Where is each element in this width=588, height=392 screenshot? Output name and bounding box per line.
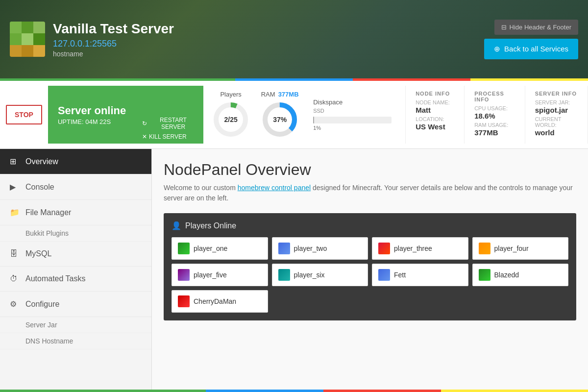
page-description: Welcome to our custom homebrew control p… xyxy=(164,183,576,203)
player-card[interactable]: player_two xyxy=(272,237,368,260)
automated-tasks-label: Automated Tasks xyxy=(25,274,85,283)
header-content: Vanilla Test Server 127.0.0.1:25565 host… xyxy=(10,21,484,58)
kill-label: KILL SERVER xyxy=(149,133,187,140)
process-info-panel: PROCESS INFO CPU USAGE: 18.6% RAM USAGE:… xyxy=(465,86,525,144)
sidebar: ⊞ Overview ▶ Console 📁 File Manager Bukk… xyxy=(0,149,152,392)
players-value: 2/25 xyxy=(224,116,238,123)
server-info-panel: SERVER INFO SERVER JAR: spigot.jar CURRE… xyxy=(525,86,588,144)
player-card[interactable]: player_six xyxy=(272,264,368,286)
ram-percent: 37% xyxy=(273,116,287,123)
content-area: NodePanel Overview Welcome to our custom… xyxy=(152,149,588,392)
restart-button[interactable]: ↻ RESTART SERVER xyxy=(142,115,197,132)
disk-bar-fill xyxy=(313,117,314,123)
cpu-label: CPU USAGE: xyxy=(474,105,515,111)
stop-button-wrap: STOP xyxy=(0,86,48,144)
database-icon: 🗄 xyxy=(10,249,20,258)
grid-icon: ⊞ xyxy=(10,157,20,166)
player-card[interactable]: player_three xyxy=(372,237,468,260)
sidebar-subitem-bukkit[interactable]: Bukkit Plugins xyxy=(0,225,151,242)
hide-header-label: Hide Header & Footer xyxy=(510,24,571,31)
server-info-title: SERVER INFO xyxy=(535,91,578,97)
players-grid: player_oneplayer_twoplayer_threeplayer_f… xyxy=(172,237,568,313)
hide-header-button[interactable]: ⊟ Hide Header & Footer xyxy=(494,20,578,35)
player-card[interactable]: Blazedd xyxy=(472,264,569,286)
jar-val: spigot.jar xyxy=(535,106,578,114)
stop-button[interactable]: STOP xyxy=(6,105,42,124)
sidebar-item-configure[interactable]: ⚙ Configure xyxy=(0,292,151,317)
player-avatar xyxy=(278,243,290,254)
players-section-title: Players Online xyxy=(185,221,236,230)
homebrew-link[interactable]: homebrew control panel xyxy=(238,184,311,192)
cpu-val: 18.6% xyxy=(474,112,515,120)
player-card[interactable]: player_five xyxy=(172,264,268,286)
world-label: CURRENT WORLD: xyxy=(535,116,578,128)
server-name: Vanilla Test Server xyxy=(53,21,174,37)
location-label: LOCATION: xyxy=(416,116,454,122)
world-val: world xyxy=(535,128,578,137)
stats-bar: STOP Server online UPTIME: 04M 22S ↻ RES… xyxy=(0,81,588,149)
uptime-text: UPTIME: 04M 22S xyxy=(58,118,126,125)
back-label: Back to all Services xyxy=(504,45,568,53)
player-avatar xyxy=(178,269,190,281)
player-card[interactable]: Fett xyxy=(372,264,468,286)
player-card[interactable]: CherryDaMan xyxy=(172,290,268,313)
sidebar-subitem-dns[interactable]: DNS Hostname xyxy=(0,333,151,349)
jar-label: SERVER JAR: xyxy=(535,99,578,105)
back-to-services-button[interactable]: ⊕ Back to all Services xyxy=(484,39,578,59)
player-name: CherryDaMan xyxy=(194,297,236,305)
kill-icon: ✕ xyxy=(142,133,147,140)
main-layout: ⊞ Overview ▶ Console 📁 File Manager Bukk… xyxy=(0,149,588,392)
player-avatar xyxy=(178,243,190,254)
location-val: US West xyxy=(416,122,454,131)
player-name: player_five xyxy=(194,271,227,279)
restart-label: RESTART SERVER xyxy=(149,117,197,130)
player-avatar xyxy=(479,269,490,281)
folder-icon: 📁 xyxy=(10,208,20,217)
ram-usage-label: RAM USAGE: xyxy=(474,122,515,128)
monitor-icon: ⊟ xyxy=(501,24,507,31)
sidebar-item-console[interactable]: ▶ Console xyxy=(0,174,151,200)
ram-value: 377MB xyxy=(278,91,299,98)
player-name: player_three xyxy=(394,245,432,252)
ram-label: RAM xyxy=(261,91,275,98)
diskspace-wrap: Diskspace SSD 1% xyxy=(309,98,397,131)
console-icon: ▶ xyxy=(10,182,20,192)
disk-percent: 1% xyxy=(313,125,393,131)
mysql-label: MySQL xyxy=(25,249,51,258)
server-status: Server online UPTIME: 04M 22S xyxy=(48,86,136,144)
server-actions: ↻ RESTART SERVER ✕ KILL SERVER xyxy=(136,86,203,144)
player-name: player_one xyxy=(194,245,227,252)
file-manager-label: File Manager xyxy=(25,208,71,217)
sidebar-item-file-manager[interactable]: 📁 File Manager xyxy=(0,200,151,225)
server-icon xyxy=(10,22,45,57)
node-name-label: NODE NAME: xyxy=(416,99,454,105)
ram-gauge: RAM 377MB 37% xyxy=(260,91,299,139)
console-label: Console xyxy=(25,183,54,192)
player-name: player_six xyxy=(294,271,325,279)
server-ip: 127.0.0.1:25565 xyxy=(53,39,174,49)
process-info-title: PROCESS INFO xyxy=(474,91,515,102)
configure-label: Configure xyxy=(25,300,59,309)
sidebar-item-overview[interactable]: ⊞ Overview xyxy=(0,149,151,174)
gear-icon: ⚙ xyxy=(10,299,20,309)
sidebar-item-automated-tasks[interactable]: ⏱ Automated Tasks xyxy=(0,267,151,292)
node-info-title: NODE INFO xyxy=(416,91,454,97)
player-avatar xyxy=(178,295,190,307)
page-title: NodePanel Overview xyxy=(164,161,576,179)
info-panels: NODE INFO NODE NAME: Matt LOCATION: US W… xyxy=(405,86,588,144)
disk-bar-bg xyxy=(313,117,392,123)
header-right: ⊟ Hide Header & Footer ⊕ Back to all Ser… xyxy=(484,20,578,59)
ram-donut: 37% xyxy=(260,100,299,139)
disk-sub: SSD xyxy=(313,108,393,114)
player-card[interactable]: player_four xyxy=(472,237,569,260)
player-card[interactable]: player_one xyxy=(172,237,268,260)
player-avatar xyxy=(378,243,390,254)
players-panel: 👤 Players Online player_oneplayer_twopla… xyxy=(164,213,576,320)
diskspace-label: Diskspace xyxy=(313,98,393,106)
player-avatar xyxy=(479,243,490,254)
server-title: Vanilla Test Server 127.0.0.1:25565 host… xyxy=(53,21,174,58)
server-hostname: hostname xyxy=(53,50,174,58)
kill-button[interactable]: ✕ KILL SERVER xyxy=(142,132,197,142)
sidebar-subitem-server-jar[interactable]: Server Jar xyxy=(0,317,151,333)
sidebar-item-mysql[interactable]: 🗄 MySQL xyxy=(0,242,151,267)
